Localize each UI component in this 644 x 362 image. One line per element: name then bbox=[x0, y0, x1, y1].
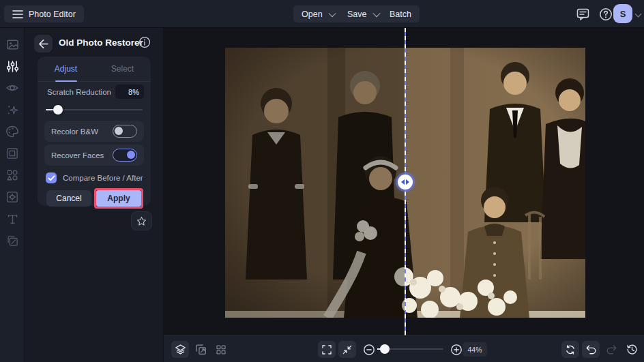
zoom-level-value[interactable]: 44% bbox=[463, 342, 487, 357]
slider-thumb[interactable] bbox=[53, 105, 63, 115]
account-chevron-icon[interactable] bbox=[635, 11, 642, 18]
zoom-slider[interactable] bbox=[377, 344, 443, 354]
avatar-initial: S bbox=[620, 9, 626, 19]
cancel-button[interactable]: Cancel bbox=[46, 190, 91, 207]
compare-checkbox[interactable] bbox=[46, 172, 57, 183]
compare-checkbox-label: Compare Before / After bbox=[63, 174, 143, 182]
history-icon bbox=[626, 344, 638, 355]
photo-editor-app: Photo Editor Open Save Batch bbox=[0, 0, 644, 362]
apply-highlight-box: Apply bbox=[94, 188, 143, 209]
tool-panel: Old Photo Restorer Adjust Select Scratch… bbox=[25, 28, 164, 362]
redo-button[interactable] bbox=[602, 341, 620, 358]
feedback-button[interactable] bbox=[575, 7, 590, 22]
recolor-bw-row: Recolor B&W bbox=[44, 121, 144, 142]
tab-select[interactable]: Select bbox=[94, 57, 151, 81]
history-button[interactable] bbox=[623, 341, 641, 358]
grid-view-button[interactable] bbox=[212, 341, 230, 358]
hamburger-icon bbox=[12, 10, 23, 19]
main-menu-button[interactable]: Photo Editor bbox=[4, 5, 84, 22]
apply-button[interactable]: Apply bbox=[96, 190, 141, 207]
scratch-reduction-value[interactable]: 8% bbox=[115, 85, 144, 99]
editor-canvas[interactable] bbox=[164, 28, 644, 335]
transform-icon bbox=[195, 344, 207, 355]
info-button[interactable] bbox=[138, 36, 152, 50]
help-button[interactable] bbox=[598, 7, 613, 22]
save-button-label: Save bbox=[347, 10, 367, 19]
reset-icon bbox=[565, 344, 576, 355]
recover-faces-row: Recover Faces bbox=[44, 145, 144, 166]
eye-tool-icon[interactable] bbox=[5, 80, 20, 95]
info-icon bbox=[138, 36, 151, 48]
scratch-reduction-slider[interactable] bbox=[46, 105, 143, 115]
arrow-left-icon bbox=[38, 40, 48, 48]
fullscreen-button[interactable] bbox=[318, 341, 336, 358]
adjust-tool-icon[interactable] bbox=[5, 59, 20, 74]
star-icon bbox=[136, 216, 147, 226]
check-icon bbox=[48, 175, 55, 181]
panel-title: Old Photo Restorer bbox=[59, 37, 143, 48]
tab-adjust[interactable]: Adjust bbox=[38, 57, 94, 81]
feedback-icon bbox=[576, 8, 589, 20]
layers-icon bbox=[175, 344, 186, 355]
chevron-down-icon bbox=[328, 9, 336, 16]
zoom-slider-thumb[interactable] bbox=[380, 344, 390, 354]
toggle-knob bbox=[127, 151, 135, 159]
favorite-button[interactable] bbox=[131, 211, 152, 230]
before-region bbox=[225, 48, 405, 318]
undo-button[interactable] bbox=[582, 341, 600, 358]
grid-view-icon bbox=[216, 344, 226, 355]
transform-button[interactable] bbox=[192, 341, 209, 358]
fit-to-screen-icon bbox=[342, 344, 353, 355]
duplicate-tool-icon[interactable] bbox=[5, 233, 20, 248]
recolor-bw-toggle[interactable] bbox=[113, 125, 137, 138]
fit-to-screen-button[interactable] bbox=[338, 341, 356, 358]
topbar: Photo Editor Open Save Batch bbox=[0, 0, 644, 28]
recover-faces-toggle[interactable] bbox=[113, 149, 137, 162]
arrow-left-icon bbox=[401, 179, 405, 185]
batch-button-label: Batch bbox=[390, 10, 411, 19]
tool-rail bbox=[0, 28, 25, 362]
effects-tool-icon[interactable] bbox=[5, 102, 20, 117]
sticker-tool-icon[interactable] bbox=[5, 190, 20, 205]
recolor-bw-label: Recolor B&W bbox=[51, 127, 98, 136]
panel-tabs: Adjust Select bbox=[38, 57, 151, 82]
reset-button[interactable] bbox=[561, 341, 579, 358]
paint-tool-icon[interactable] bbox=[5, 124, 20, 139]
zoom-in-icon bbox=[450, 344, 463, 356]
open-button-label: Open bbox=[302, 10, 323, 19]
chevron-down-icon bbox=[372, 9, 380, 16]
zoom-out-button[interactable] bbox=[360, 341, 378, 358]
recover-faces-label: Recover Faces bbox=[51, 151, 104, 160]
compare-checkbox-row[interactable]: Compare Before / After bbox=[46, 172, 143, 183]
fullscreen-icon bbox=[321, 344, 332, 355]
action-buttons: Cancel Apply bbox=[46, 190, 143, 207]
arrow-right-icon bbox=[406, 179, 409, 185]
restorer-card: Adjust Select Scratch Reduction 8% Recol… bbox=[38, 57, 151, 206]
elements-tool-icon[interactable] bbox=[5, 168, 20, 183]
text-tool-icon[interactable] bbox=[5, 211, 20, 226]
zoom-out-icon bbox=[363, 344, 375, 356]
bottom-toolbar: 44% bbox=[164, 335, 644, 362]
frame-tool-icon[interactable] bbox=[5, 146, 20, 161]
layers-button[interactable] bbox=[171, 341, 189, 358]
image-tool-icon[interactable] bbox=[5, 37, 20, 52]
back-button[interactable] bbox=[34, 35, 53, 52]
compare-divider-handle[interactable] bbox=[398, 175, 413, 190]
save-button[interactable]: Save bbox=[339, 5, 387, 22]
redo-icon bbox=[606, 344, 617, 355]
avatar[interactable]: S bbox=[613, 4, 632, 23]
batch-button[interactable]: Batch bbox=[381, 5, 420, 22]
toggle-knob bbox=[115, 127, 123, 135]
open-button[interactable]: Open bbox=[293, 5, 343, 22]
undo-icon bbox=[585, 344, 597, 355]
help-icon bbox=[599, 7, 613, 21]
scratch-reduction-label: Scratch Reduction bbox=[47, 88, 111, 96]
app-title: Photo Editor bbox=[29, 10, 76, 19]
